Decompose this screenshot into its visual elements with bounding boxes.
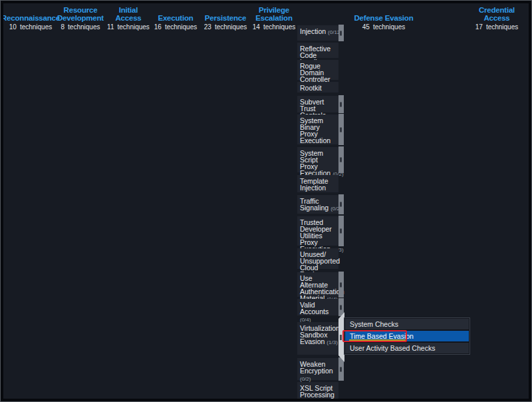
subtechniques-expander[interactable] <box>338 95 344 113</box>
matrix-canvas: Reconnaissance 10techniques Resource Dev… <box>3 3 529 399</box>
expander-grip-icon <box>340 367 342 371</box>
tactic-header-credential-access[interactable]: Credential Access 17techniques <box>460 3 529 31</box>
subtechniques-expander[interactable] <box>338 25 344 41</box>
technique-cell-use-alternate-authentication-material[interactable]: Use Alternate Authentication Material(0/… <box>297 272 338 297</box>
subtechniques-expander[interactable] <box>338 216 344 246</box>
subtechniques-expander[interactable] <box>338 272 344 298</box>
technique-cell-weaken-encryption[interactable]: Weaken Encryption(0/2) <box>297 358 338 380</box>
expander-grip-icon <box>340 31 342 35</box>
technique-cell-valid-accounts[interactable]: Valid Accounts(0/4) <box>297 299 338 315</box>
technique-cell-system-binary-proxy-execution[interactable]: System Binary Proxy Execution(0/14) <box>297 114 338 144</box>
subtechnique-user-activity-based-checks[interactable]: User Activity Based Checks <box>345 343 469 353</box>
technique-cell-process-injection[interactable]: Injection(0/12) <box>297 25 338 41</box>
screenshot-frame: Reconnaissance 10techniques Resource Dev… <box>0 0 532 402</box>
technique-cell-system-script-proxy-execution[interactable]: System Script Proxy Execution(0/2) <box>297 147 338 172</box>
tactic-title: Defense Evasion <box>354 14 413 22</box>
tactic-title: Initial Access <box>115 6 141 22</box>
technique-cell-rootkit[interactable]: Rootkit <box>297 82 338 93</box>
expander-grip-icon <box>340 158 342 162</box>
selection-underline <box>349 339 406 341</box>
technique-cell-rogue-domain-controller[interactable]: Rogue Domain Controller <box>297 60 338 80</box>
subtechnique-time-based-evasion[interactable]: Time Based Evasion <box>345 331 469 341</box>
tactic-count: 14techniques <box>253 23 296 31</box>
expander-grip-icon <box>340 305 342 309</box>
subtechniques-expander[interactable] <box>338 298 344 316</box>
expander-grip-icon <box>340 282 342 287</box>
technique-cell-xsl-script-processing[interactable]: XSL Script Processing <box>297 382 338 399</box>
technique-cell-unused-unsupported-cloud-regions[interactable]: Unused/ Unsupported Cloud Regions <box>297 248 338 269</box>
tactic-count: 17techniques <box>475 23 519 31</box>
expander-grip-icon <box>340 102 342 106</box>
expander-grip-icon <box>340 229 342 234</box>
subtechniques-panel: System Checks Time Based Evasion User Ac… <box>344 317 470 355</box>
technique-cell-trusted-developer-utilities-proxy-execution[interactable]: Trusted Developer Utilities Proxy Execut… <box>297 216 338 246</box>
subtechniques-expander[interactable] <box>338 194 344 214</box>
expander-grip-icon <box>340 335 342 340</box>
technique-cell-reflective-code-loading[interactable]: Reflective Code Loading <box>297 43 338 58</box>
tactic-title: Privilege Escalation <box>255 6 293 22</box>
subtechniques-expander[interactable] <box>338 146 344 173</box>
subtechniques-expander[interactable] <box>338 114 344 145</box>
subtechnique-system-checks[interactable]: System Checks <box>345 319 469 329</box>
technique-cell-template-injection[interactable]: Template Injection <box>297 175 338 192</box>
technique-cell-traffic-signaling[interactable]: Traffic Signaling(0/2) <box>297 195 338 214</box>
expander-grip-icon <box>340 127 342 132</box>
technique-cell-subvert-trust-controls[interactable]: Subvert Trust Controls(0/6) <box>297 96 338 112</box>
tactic-title: Credential Access <box>479 6 515 22</box>
technique-cell-virtualization-sandbox-evasion[interactable]: Virtualization/ Sandbox Evasion(1/3) <box>297 322 338 355</box>
expander-grip-icon <box>340 202 342 207</box>
tactic-count: 45techniques <box>362 23 406 31</box>
subtechniques-expander[interactable] <box>338 357 344 381</box>
tactic-title: Execution <box>158 14 193 22</box>
